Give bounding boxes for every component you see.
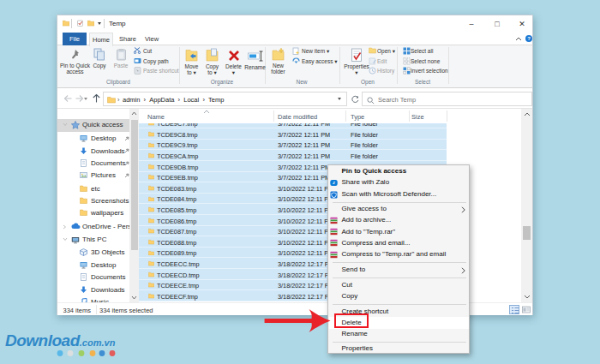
svg-text:Z: Z bbox=[332, 181, 335, 185]
